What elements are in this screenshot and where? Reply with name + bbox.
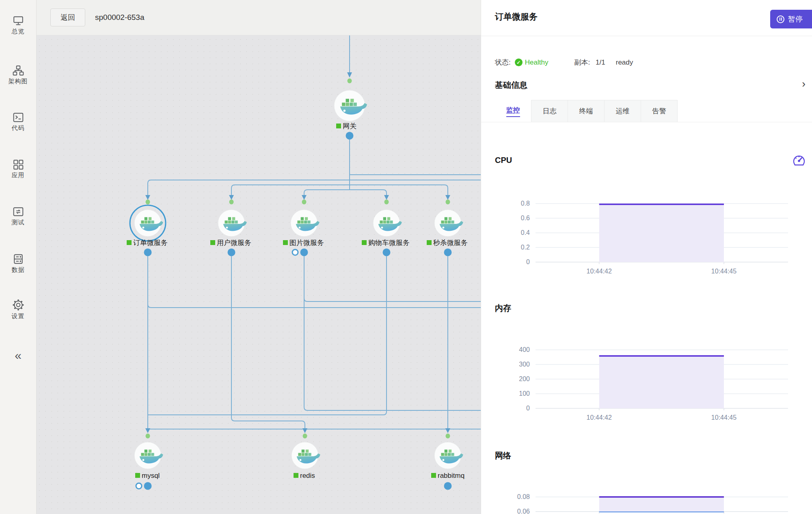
sidebar-item-data[interactable]: 数据 (0, 254, 36, 274)
sidebar-item-apps[interactable]: 应用 (0, 159, 36, 179)
node-label: 购物车微服务 (368, 239, 410, 247)
tab-alerts[interactable]: 告警 (641, 100, 678, 122)
terminal-icon (13, 112, 24, 123)
sidebar-item-label: 架构图 (0, 78, 36, 85)
svg-text:200: 200 (519, 375, 530, 382)
sidebar: 总览 架构图 代码 应用 测试 数据 设置 « (0, 0, 37, 514)
pause-icon (777, 15, 784, 23)
input-port (146, 434, 150, 438)
collapse-sidebar-button[interactable]: « (0, 349, 36, 362)
node-label: 秒杀微服务 (433, 239, 468, 247)
apps-icon (13, 159, 24, 170)
status-label: 状态: (495, 58, 511, 67)
status-value: Healthy (525, 59, 549, 67)
secondary-port[interactable] (292, 249, 298, 255)
status-square (127, 240, 132, 245)
node-user-service[interactable]: 用户微服务 (210, 200, 251, 256)
sidebar-item-label: 数据 (0, 266, 36, 274)
status-row: 状态: ✓ Healthy 副本: 1/1 ready (495, 58, 633, 67)
status-square (294, 473, 298, 478)
node-order-service[interactable]: 订单微服务 (127, 200, 168, 256)
svg-text:10:44:42: 10:44:42 (587, 414, 612, 421)
network-chart: 0.080.0610:44:4210:44:45 (495, 478, 802, 514)
topology-graph: 网关 订单微服务 用户微服务 (37, 0, 481, 514)
node-image-service[interactable]: 图片微服务 (283, 200, 324, 256)
sidebar-item-architecture[interactable]: 架构图 (0, 65, 36, 85)
svg-text:0.8: 0.8 (521, 200, 530, 207)
node-seckill-service[interactable]: 秒杀微服务 (427, 200, 468, 256)
status-square (362, 240, 367, 245)
cpu-chart: 0.80.60.40.2010:44:4210:44:45 (495, 185, 802, 283)
svg-text:10:44:42: 10:44:42 (587, 268, 612, 275)
back-button[interactable]: 返回 (50, 9, 85, 26)
tab-monitoring[interactable]: 监控 (495, 100, 531, 122)
sidebar-item-overview[interactable]: 总览 (0, 15, 36, 35)
secondary-port[interactable] (136, 483, 142, 489)
gauge-icon[interactable] (792, 153, 806, 167)
svg-text:0.4: 0.4 (521, 229, 530, 236)
node-label: 网关 (343, 122, 356, 130)
topology-edges (148, 36, 481, 429)
status-square (283, 240, 288, 245)
basic-info-heading: 基础信息 (495, 80, 527, 91)
node-circle (134, 210, 161, 236)
tab-operations[interactable]: 运维 (604, 100, 641, 122)
sitemap-icon (13, 65, 24, 76)
panel-title: 订单微服务 (495, 11, 538, 22)
healthy-check-icon: ✓ (515, 59, 523, 66)
svg-text:100: 100 (519, 390, 530, 397)
node-label: 用户微服务 (217, 239, 251, 247)
sidebar-item-test[interactable]: 测试 (0, 206, 36, 226)
sidebar-item-label: 总览 (0, 28, 36, 35)
svg-text:300: 300 (519, 361, 530, 368)
tab-logs[interactable]: 日志 (531, 100, 568, 122)
status-square (135, 473, 140, 478)
replicas-label: 副本: (574, 58, 590, 67)
network-chart-title: 网络 (495, 450, 511, 461)
node-label: redis (300, 472, 315, 479)
svg-text:0.06: 0.06 (517, 508, 530, 514)
output-port[interactable] (383, 249, 391, 256)
output-port[interactable] (346, 132, 354, 140)
input-port (384, 200, 389, 204)
output-port[interactable] (300, 249, 308, 256)
node-gateway[interactable]: 网关 (334, 78, 367, 140)
node-mysql[interactable]: mysql (134, 434, 163, 490)
node-circle (218, 210, 245, 236)
node-label: 订单微服务 (133, 239, 168, 247)
input-port (446, 200, 450, 204)
output-port[interactable] (144, 249, 152, 256)
replicas-count: 1/1 (596, 59, 605, 67)
output-port[interactable] (444, 249, 452, 256)
node-redis[interactable]: redis (292, 434, 320, 479)
node-circle (134, 442, 161, 469)
status-square (336, 124, 341, 128)
svg-text:0.08: 0.08 (517, 493, 530, 500)
pause-button[interactable]: 暂停 (770, 10, 812, 28)
sidebar-item-code[interactable]: 代码 (0, 112, 36, 132)
topology-canvas[interactable]: 网关 订单微服务 用户微服务 (37, 0, 481, 514)
tab-terminal[interactable]: 终端 (568, 100, 605, 122)
node-rabbitmq[interactable]: rabbitmq (431, 434, 464, 490)
svg-text:10:44:45: 10:44:45 (711, 268, 736, 275)
sidebar-item-settings[interactable]: 设置 (0, 299, 36, 320)
input-port (303, 434, 307, 438)
sidebar-item-label: 应用 (0, 171, 36, 179)
status-square (427, 240, 432, 245)
node-cart-service[interactable]: 购物车微服务 (362, 200, 410, 256)
input-port (302, 200, 307, 204)
chevron-right-icon[interactable]: › (802, 78, 806, 89)
output-port[interactable] (144, 482, 152, 490)
sidebar-item-label: 设置 (0, 312, 36, 320)
database-icon (13, 254, 24, 265)
svg-text:10:44:45: 10:44:45 (711, 414, 736, 421)
status-square (431, 473, 436, 478)
svg-text:0: 0 (526, 258, 530, 265)
input-port (146, 200, 150, 204)
tab-bar: 监控 日志 终端 运维 告警 (495, 100, 678, 122)
output-port[interactable] (444, 482, 452, 490)
output-port[interactable] (228, 249, 235, 256)
status-square (210, 240, 215, 245)
input-port (229, 200, 234, 204)
cpu-chart-title: CPU (495, 156, 512, 165)
